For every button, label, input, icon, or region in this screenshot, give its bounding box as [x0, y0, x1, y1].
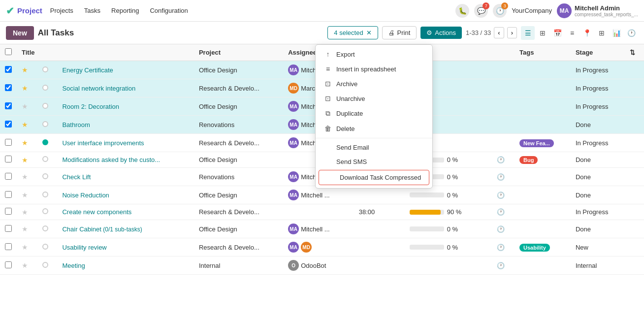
row-checkbox-cell — [0, 79, 17, 97]
star-icon[interactable]: ★ — [22, 261, 28, 269]
task-title[interactable]: Chair Cabinet — [62, 225, 101, 233]
row-checkbox[interactable] — [5, 102, 12, 109]
row-checkbox[interactable] — [5, 225, 12, 232]
status-dot[interactable] — [42, 173, 48, 179]
activity-view-icon[interactable]: 🕐 — [624, 26, 638, 40]
status-dot[interactable] — [42, 139, 48, 145]
row-checkbox[interactable] — [5, 173, 12, 180]
nav-tasks[interactable]: Tasks — [79, 5, 105, 16]
menu-item-send-email[interactable]: Send Email — [316, 140, 432, 155]
row-checkbox[interactable] — [5, 156, 12, 162]
status-dot[interactable] — [42, 66, 48, 72]
stage-cell: In Progress — [571, 204, 625, 220]
task-title[interactable]: Room 2: Decoration — [62, 103, 119, 110]
nav-reporting[interactable]: Reporting — [106, 5, 144, 16]
star-icon[interactable]: ★ — [22, 102, 28, 110]
status-dot[interactable] — [42, 262, 48, 268]
task-title[interactable]: User interface improvements — [62, 139, 144, 147]
status-dot[interactable] — [42, 244, 48, 250]
menu-item-send-sms[interactable]: Send SMS — [316, 155, 432, 169]
status-dot[interactable] — [42, 208, 48, 214]
star-icon[interactable]: ★ — [22, 139, 28, 147]
activity-clock-icon[interactable]: 🕐 — [497, 262, 505, 269]
row-checkbox[interactable] — [5, 243, 12, 250]
settings-header[interactable]: ⇅ — [625, 44, 644, 61]
select-all-checkbox[interactable] — [5, 48, 12, 55]
task-title[interactable]: Meeting — [62, 262, 85, 269]
subtask-link[interactable]: (0/1 sub-tasks) — [101, 226, 142, 233]
star-icon[interactable]: ★ — [22, 173, 28, 181]
menu-item-duplicate[interactable]: ⧉ Duplicate — [316, 106, 432, 121]
map-view-icon[interactable]: 📍 — [580, 26, 594, 40]
kanban-view-icon[interactable]: ⊞ — [536, 26, 549, 40]
delete-label: Delete — [336, 125, 355, 132]
calendar-view-icon[interactable]: 📅 — [550, 26, 564, 40]
star-icon[interactable]: ★ — [22, 225, 28, 233]
status-dot[interactable] — [42, 103, 48, 109]
activity-clock-icon[interactable]: 🕐 — [497, 156, 505, 163]
activity-clock-icon[interactable]: 🕐 — [497, 225, 505, 233]
menu-item-export[interactable]: ↑ Export — [316, 47, 432, 62]
status-dot[interactable] — [42, 156, 48, 162]
clear-selected-icon[interactable]: ✕ — [366, 29, 372, 36]
select-all-header[interactable] — [0, 44, 17, 61]
status-dot[interactable] — [42, 85, 48, 91]
row-checkbox[interactable] — [5, 191, 12, 198]
unarchive-label: Unarchive — [336, 95, 365, 102]
star-icon[interactable]: ★ — [22, 121, 28, 128]
menu-item-unarchive[interactable]: ⊡ Unarchive — [316, 91, 432, 106]
star-icon[interactable]: ★ — [22, 84, 28, 92]
print-button[interactable]: 🖨 Print — [382, 26, 417, 39]
actions-button[interactable]: ⚙ Actions — [420, 27, 462, 39]
activity-cell: 🕐 — [492, 220, 515, 238]
row-checkbox[interactable] — [5, 121, 12, 128]
next-page-button[interactable]: › — [507, 27, 517, 38]
row-checkbox[interactable] — [5, 261, 12, 268]
task-title[interactable]: Modifications asked by the custo... — [62, 156, 160, 163]
activities-icon[interactable]: 🕐 3 — [493, 4, 507, 18]
star-icon[interactable]: ★ — [22, 156, 28, 164]
task-title[interactable]: Usability review — [62, 244, 106, 251]
row-checkbox[interactable] — [5, 66, 12, 73]
list-view-icon[interactable]: ☰ — [521, 26, 535, 40]
pivot-view-icon[interactable]: ⊞ — [595, 26, 609, 40]
task-title[interactable]: Energy Certificate — [62, 66, 113, 74]
new-button[interactable]: New — [6, 26, 34, 40]
task-title[interactable]: Create new components — [62, 208, 131, 216]
prev-page-button[interactable]: ‹ — [494, 27, 504, 38]
star-icon[interactable]: ★ — [22, 243, 28, 251]
activity-clock-icon[interactable]: 🕐 — [497, 192, 505, 199]
status-dot[interactable] — [42, 192, 48, 197]
menu-item-insert-spreadsheet[interactable]: ≡ Insert in spreadsheet — [316, 62, 432, 76]
row-checkbox[interactable] — [5, 139, 12, 146]
star-icon[interactable]: ★ — [22, 66, 28, 74]
nav-configuration[interactable]: Configuration — [145, 5, 193, 16]
task-title[interactable]: Check Lift — [62, 173, 91, 181]
table-row: ★Chair Cabinet (0/1 sub-tasks)Office Des… — [0, 220, 644, 238]
menu-item-delete[interactable]: 🗑 Delete — [316, 121, 432, 136]
activity-clock-icon[interactable]: 🕐 — [497, 208, 505, 216]
project-cell: Office Design — [194, 97, 283, 116]
task-title[interactable]: Social network integration — [62, 85, 135, 92]
star-icon[interactable]: ★ — [22, 208, 28, 216]
bug-icon[interactable]: 🐛 — [455, 4, 469, 18]
menu-item-archive[interactable]: ⊡ Archive — [316, 76, 432, 91]
task-title[interactable]: Bathroom — [62, 121, 90, 128]
graph-view-icon[interactable]: 📊 — [610, 26, 623, 40]
gantt-view-icon[interactable]: ≡ — [565, 26, 579, 40]
activity-clock-icon[interactable]: 🕐 — [497, 244, 505, 251]
messages-icon[interactable]: 💬 7 — [474, 4, 488, 18]
star-icon[interactable]: ★ — [22, 191, 28, 199]
row-checkbox[interactable] — [5, 208, 12, 215]
tag-label: Usability — [519, 244, 550, 252]
task-title[interactable]: Noise Reduction — [62, 192, 109, 199]
status-dot[interactable] — [42, 121, 48, 127]
activity-clock-icon[interactable]: 🕐 — [497, 173, 505, 181]
nav-projects[interactable]: Projects — [45, 5, 78, 16]
menu-item-download-compressed[interactable]: Download Task Compressed — [319, 170, 429, 185]
status-dot[interactable] — [42, 225, 48, 231]
app-logo[interactable]: ✔ Project — [6, 5, 42, 17]
user-menu[interactable]: MA Mitchell Admin compressed_task_report… — [557, 3, 638, 18]
selected-button[interactable]: 4 selected ✕ — [327, 26, 378, 39]
row-checkbox[interactable] — [5, 84, 12, 91]
